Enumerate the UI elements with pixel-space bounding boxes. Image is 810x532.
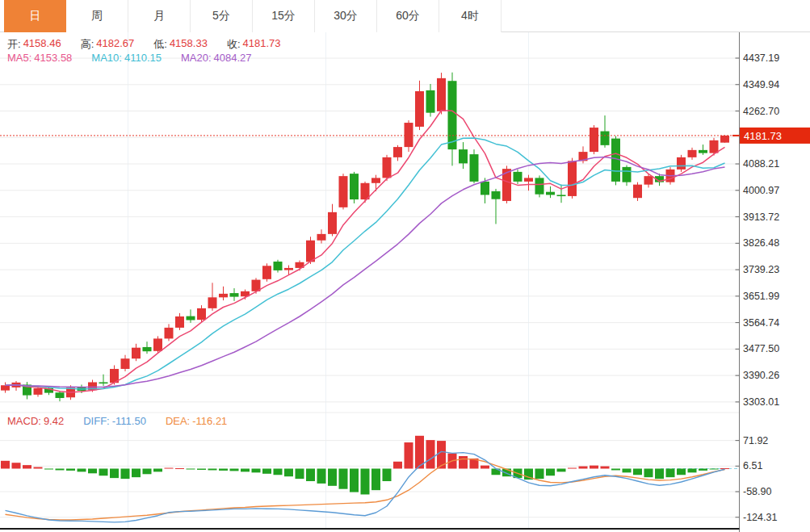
- timeframe-toolbar: 日周月5分15分30分60分4时: [0, 0, 810, 32]
- price-axis-label: 3651.99: [743, 291, 779, 302]
- price-axis-label: 4349.94: [743, 79, 779, 90]
- price-axis-label: 4088.21: [743, 158, 779, 170]
- tab-timeframe-6[interactable]: 60分: [377, 0, 439, 32]
- tab-timeframe-5[interactable]: 30分: [315, 0, 377, 32]
- tab-timeframe-1[interactable]: 周: [66, 0, 128, 32]
- price-axis-label: 3303.01: [743, 396, 779, 408]
- macd-axis-label: 6.51: [743, 460, 762, 471]
- macd-axis-label: -124.31: [743, 512, 777, 523]
- price-axis-label: 3739.23: [743, 264, 779, 275]
- price-axis-label: 4000.97: [743, 185, 779, 196]
- tab-timeframe-7[interactable]: 4时: [439, 0, 502, 32]
- price-axis-label: 3564.74: [743, 317, 779, 329]
- price-axis-label: 4437.19: [743, 52, 779, 64]
- chart-canvas[interactable]: 4437.194349.944262.704088.214000.973913.…: [0, 32, 810, 532]
- price-axis-label: 3477.50: [743, 343, 779, 354]
- kline-app: 日周月5分15分30分60分4时 开:4158.46高:4182.67低:415…: [0, 0, 810, 532]
- tab-timeframe-2[interactable]: 月: [128, 0, 191, 32]
- price-axis-label: 3913.72: [743, 212, 779, 223]
- price-axis-label: 3826.48: [743, 237, 779, 249]
- tab-timeframe-0[interactable]: 日: [4, 0, 66, 32]
- price-axis-label: 3390.26: [743, 370, 779, 381]
- tab-timeframe-3[interactable]: 5分: [191, 0, 253, 32]
- macd-axis-label: -58.90: [743, 486, 771, 497]
- current-price-value: 4181.73: [744, 130, 782, 142]
- tab-timeframe-4[interactable]: 15分: [253, 0, 315, 32]
- macd-axis-label: 71.92: [743, 435, 768, 446]
- price-axis-label: 4262.70: [743, 106, 779, 117]
